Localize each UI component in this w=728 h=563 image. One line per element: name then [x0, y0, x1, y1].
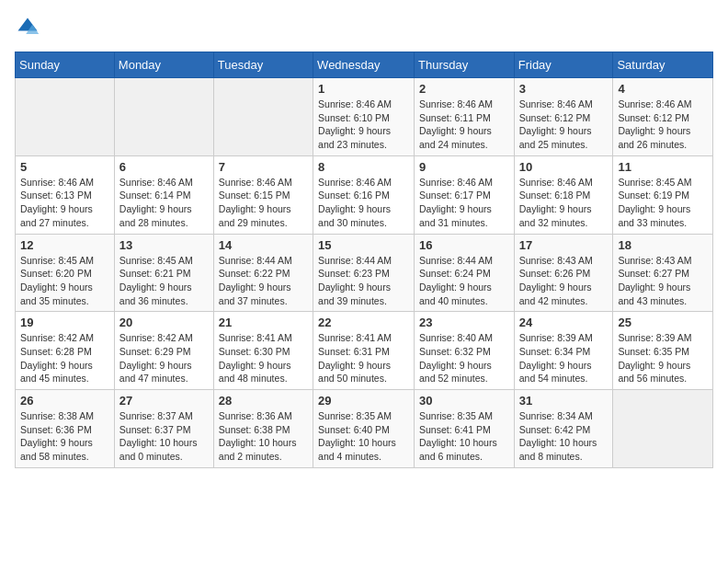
day-header-monday: Monday [114, 52, 213, 78]
day-detail: Sunrise: 8:44 AMSunset: 6:24 PMDaylight:… [419, 254, 509, 308]
calendar-cell: 14Sunrise: 8:44 AMSunset: 6:22 PMDayligh… [213, 234, 313, 312]
day-number: 14 [219, 238, 308, 252]
day-number: 11 [618, 160, 708, 174]
calendar-cell: 25Sunrise: 8:39 AMSunset: 6:35 PMDayligh… [613, 312, 713, 390]
day-detail: Sunrise: 8:35 AMSunset: 6:41 PMDaylight:… [419, 409, 509, 464]
day-number: 5 [20, 160, 109, 174]
day-number: 9 [419, 160, 509, 174]
day-detail: Sunrise: 8:40 AMSunset: 6:32 PMDaylight:… [419, 331, 509, 385]
day-number: 20 [119, 316, 209, 329]
calendar-cell: 20Sunrise: 8:42 AMSunset: 6:29 PMDayligh… [114, 312, 213, 390]
calendar-cell: 12Sunrise: 8:45 AMSunset: 6:20 PMDayligh… [16, 234, 115, 312]
day-detail: Sunrise: 8:46 AMSunset: 6:10 PMDaylight:… [318, 98, 409, 152]
day-detail: Sunrise: 8:46 AMSunset: 6:12 PMDaylight:… [618, 98, 708, 152]
day-number: 24 [519, 316, 609, 329]
day-number: 29 [318, 394, 409, 408]
day-detail: Sunrise: 8:34 AMSunset: 6:42 PMDaylight:… [519, 409, 609, 464]
day-number: 13 [119, 238, 209, 252]
day-number: 18 [618, 238, 708, 252]
logo [15, 15, 44, 40]
calendar-cell: 13Sunrise: 8:45 AMSunset: 6:21 PMDayligh… [114, 234, 213, 312]
calendar-cell: 4Sunrise: 8:46 AMSunset: 6:12 PMDaylight… [613, 78, 713, 156]
calendar-cell: 10Sunrise: 8:46 AMSunset: 6:18 PMDayligh… [514, 155, 613, 234]
day-detail: Sunrise: 8:46 AMSunset: 6:11 PMDaylight:… [419, 98, 509, 152]
day-detail: Sunrise: 8:39 AMSunset: 6:35 PMDaylight:… [618, 331, 708, 385]
day-detail: Sunrise: 8:35 AMSunset: 6:40 PMDaylight:… [318, 409, 409, 464]
day-detail: Sunrise: 8:43 AMSunset: 6:26 PMDaylight:… [519, 254, 609, 308]
day-detail: Sunrise: 8:41 AMSunset: 6:31 PMDaylight:… [318, 331, 409, 385]
calendar-cell: 31Sunrise: 8:34 AMSunset: 6:42 PMDayligh… [514, 390, 613, 468]
day-detail: Sunrise: 8:46 AMSunset: 6:16 PMDaylight:… [318, 176, 409, 230]
day-detail: Sunrise: 8:45 AMSunset: 6:21 PMDaylight:… [119, 254, 209, 308]
calendar-cell [114, 78, 213, 156]
day-number: 16 [419, 238, 509, 252]
day-detail: Sunrise: 8:38 AMSunset: 6:36 PMDaylight:… [20, 409, 109, 464]
day-detail: Sunrise: 8:37 AMSunset: 6:37 PMDaylight:… [119, 409, 209, 464]
page-header [15, 15, 713, 40]
day-header-thursday: Thursday [415, 52, 515, 78]
week-row-1: 1Sunrise: 8:46 AMSunset: 6:10 PMDaylight… [16, 78, 713, 156]
calendar-cell: 21Sunrise: 8:41 AMSunset: 6:30 PMDayligh… [213, 312, 313, 390]
calendar-cell [213, 78, 313, 156]
day-number: 1 [318, 82, 409, 96]
day-detail: Sunrise: 8:42 AMSunset: 6:29 PMDaylight:… [119, 331, 209, 385]
day-number: 23 [419, 316, 509, 329]
calendar-cell: 9Sunrise: 8:46 AMSunset: 6:17 PMDaylight… [415, 155, 515, 234]
calendar-cell: 2Sunrise: 8:46 AMSunset: 6:11 PMDaylight… [415, 78, 515, 156]
calendar-cell: 16Sunrise: 8:44 AMSunset: 6:24 PMDayligh… [415, 234, 515, 312]
calendar-cell: 3Sunrise: 8:46 AMSunset: 6:12 PMDaylight… [514, 78, 613, 156]
day-number: 17 [519, 238, 609, 252]
calendar-cell: 22Sunrise: 8:41 AMSunset: 6:31 PMDayligh… [313, 312, 415, 390]
day-detail: Sunrise: 8:44 AMSunset: 6:23 PMDaylight:… [318, 254, 409, 308]
day-detail: Sunrise: 8:45 AMSunset: 6:20 PMDaylight:… [20, 254, 109, 308]
calendar-cell: 5Sunrise: 8:46 AMSunset: 6:13 PMDaylight… [16, 155, 115, 234]
calendar-cell: 18Sunrise: 8:43 AMSunset: 6:27 PMDayligh… [613, 234, 713, 312]
calendar-cell: 19Sunrise: 8:42 AMSunset: 6:28 PMDayligh… [16, 312, 115, 390]
day-header-tuesday: Tuesday [213, 52, 313, 78]
day-number: 15 [318, 238, 409, 252]
day-detail: Sunrise: 8:46 AMSunset: 6:15 PMDaylight:… [219, 176, 308, 230]
day-number: 7 [219, 160, 308, 174]
day-number: 26 [20, 394, 109, 408]
calendar-table: SundayMondayTuesdayWednesdayThursdayFrid… [15, 52, 713, 468]
week-row-2: 5Sunrise: 8:46 AMSunset: 6:13 PMDaylight… [16, 155, 713, 234]
day-detail: Sunrise: 8:46 AMSunset: 6:18 PMDaylight:… [519, 176, 609, 230]
day-number: 2 [419, 82, 509, 96]
day-number: 25 [618, 316, 708, 329]
logo-icon [15, 15, 40, 40]
calendar-cell: 26Sunrise: 8:38 AMSunset: 6:36 PMDayligh… [16, 390, 115, 468]
day-number: 4 [618, 82, 708, 96]
calendar-cell [613, 390, 713, 468]
day-number: 3 [519, 82, 609, 96]
calendar-cell: 11Sunrise: 8:45 AMSunset: 6:19 PMDayligh… [613, 155, 713, 234]
calendar-cell: 30Sunrise: 8:35 AMSunset: 6:41 PMDayligh… [415, 390, 515, 468]
day-detail: Sunrise: 8:46 AMSunset: 6:14 PMDaylight:… [119, 176, 209, 230]
day-header-wednesday: Wednesday [313, 52, 415, 78]
day-detail: Sunrise: 8:42 AMSunset: 6:28 PMDaylight:… [20, 331, 109, 385]
week-row-5: 26Sunrise: 8:38 AMSunset: 6:36 PMDayligh… [16, 390, 713, 468]
day-number: 22 [318, 316, 409, 329]
day-number: 30 [419, 394, 509, 408]
calendar-cell: 27Sunrise: 8:37 AMSunset: 6:37 PMDayligh… [114, 390, 213, 468]
calendar-cell: 17Sunrise: 8:43 AMSunset: 6:26 PMDayligh… [514, 234, 613, 312]
day-number: 6 [119, 160, 209, 174]
week-row-4: 19Sunrise: 8:42 AMSunset: 6:28 PMDayligh… [16, 312, 713, 390]
calendar-cell: 8Sunrise: 8:46 AMSunset: 6:16 PMDaylight… [313, 155, 415, 234]
day-header-saturday: Saturday [613, 52, 713, 78]
day-header-friday: Friday [514, 52, 613, 78]
day-number: 8 [318, 160, 409, 174]
day-detail: Sunrise: 8:41 AMSunset: 6:30 PMDaylight:… [219, 331, 308, 385]
header-row: SundayMondayTuesdayWednesdayThursdayFrid… [16, 52, 713, 78]
calendar-cell: 15Sunrise: 8:44 AMSunset: 6:23 PMDayligh… [313, 234, 415, 312]
calendar-cell: 28Sunrise: 8:36 AMSunset: 6:38 PMDayligh… [213, 390, 313, 468]
calendar-cell: 24Sunrise: 8:39 AMSunset: 6:34 PMDayligh… [514, 312, 613, 390]
calendar-cell: 7Sunrise: 8:46 AMSunset: 6:15 PMDaylight… [213, 155, 313, 234]
week-row-3: 12Sunrise: 8:45 AMSunset: 6:20 PMDayligh… [16, 234, 713, 312]
calendar-cell: 1Sunrise: 8:46 AMSunset: 6:10 PMDaylight… [313, 78, 415, 156]
day-detail: Sunrise: 8:44 AMSunset: 6:22 PMDaylight:… [219, 254, 308, 308]
day-number: 10 [519, 160, 609, 174]
day-detail: Sunrise: 8:46 AMSunset: 6:13 PMDaylight:… [20, 176, 109, 230]
day-number: 19 [20, 316, 109, 329]
calendar-cell: 6Sunrise: 8:46 AMSunset: 6:14 PMDaylight… [114, 155, 213, 234]
day-detail: Sunrise: 8:46 AMSunset: 6:17 PMDaylight:… [419, 176, 509, 230]
